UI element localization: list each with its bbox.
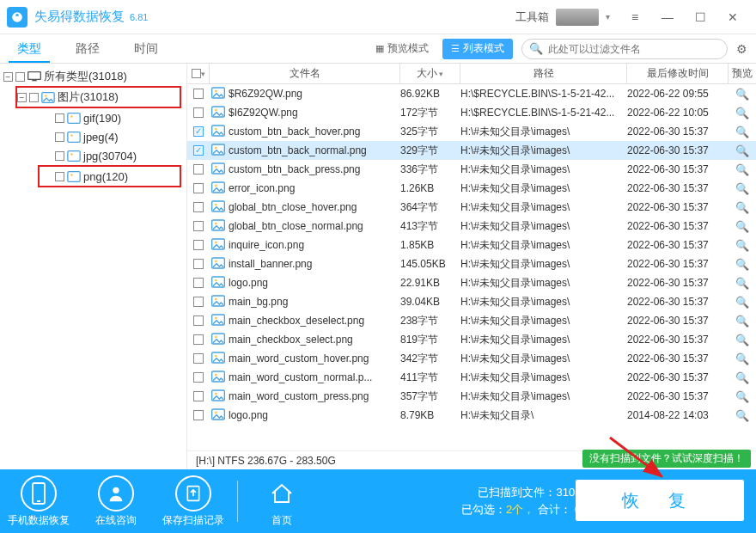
table-row[interactable]: custom_btn_back_press.png336字节H:\#未知父目录\… [187,160,756,179]
preview-icon[interactable]: 🔍 [729,371,756,384]
col-name[interactable]: 文件名 [210,64,400,83]
toolkit-button[interactable]: 工具箱 [515,9,549,25]
table-row[interactable]: inquire_icon.png1.85KBH:\#未知父目录\images\2… [187,236,756,254]
maximize-button[interactable]: ☐ [684,5,716,29]
tree-jpg[interactable]: jpg(30704) [0,146,186,165]
consult-button[interactable]: 在线咨询 [77,475,155,528]
phone-recovery-button[interactable]: 手机数据恢复 [0,475,77,528]
table-row[interactable]: main_checkbox_deselect.png238字节H:\#未知父目录… [187,311,756,330]
col-checkbox[interactable]: ▾ [187,64,210,83]
type-tree: − 所有类型(31018) − 图片(31018) gif(190) jpeg(… [0,64,187,469]
preview-icon[interactable]: 🔍 [729,182,756,195]
table-row[interactable]: $I6Z92QW.png172字节H:\$RECYCLE.BIN\S-1-5-2… [187,103,756,122]
file-path: H:\$RECYCLE.BIN\S-1-5-21-42... [460,88,627,100]
table-row[interactable]: install_banner.png145.05KBH:\#未知父目录\imag… [187,254,756,273]
svg-point-17 [215,128,217,131]
svg-point-41 [215,355,217,358]
minimize-button[interactable]: — [651,5,684,29]
table-row[interactable]: main_word_custom_hover.png342字节H:\#未知父目录… [187,349,756,368]
preview-icon[interactable]: 🔍 [729,201,756,214]
deep-scan-button[interactable]: 没有扫描到文件？试试深度扫描！ [582,450,751,468]
file-date: 2022-06-22 09:55 [627,88,729,100]
tab-type[interactable]: 类型 [0,34,58,63]
recover-button[interactable]: 恢 复 [576,480,744,521]
save-scan-button[interactable]: 保存扫描记录 [155,475,232,528]
user-avatar[interactable] [556,9,599,26]
table-row[interactable]: global_btn_close_normal.png413字节H:\#未知父目… [187,217,756,236]
col-date[interactable]: 最后修改时间 [627,64,729,83]
list-mode-button[interactable]: ☰列表模式 [442,39,513,59]
table-row[interactable]: ✓custom_btn_back_hover.png325字节H:\#未知父目录… [187,122,756,141]
preview-icon[interactable]: 🔍 [729,296,756,309]
row-checkbox[interactable] [193,107,204,118]
file-name: main_checkbox_deselect.png [229,315,364,327]
row-checkbox[interactable]: ✓ [193,145,204,156]
table-row[interactable]: logo.png22.91KBH:\#未知父目录\images\2022-06-… [187,273,756,292]
preview-icon[interactable]: 🔍 [729,277,756,290]
row-checkbox[interactable] [193,316,204,326]
preview-icon[interactable]: 🔍 [729,390,756,403]
row-checkbox[interactable] [193,334,204,345]
tree-jpeg[interactable]: jpeg(4) [0,127,186,146]
preview-icon[interactable]: 🔍 [729,334,756,346]
picture-icon [67,131,81,143]
preview-icon[interactable]: 🔍 [729,88,756,101]
search-box[interactable]: 🔍 [521,39,728,59]
col-size[interactable]: 大小▾ [400,64,460,83]
tab-time[interactable]: 时间 [117,34,175,63]
col-preview[interactable]: 预览 [729,64,756,83]
menu-icon[interactable]: ≡ [619,5,651,29]
row-checkbox[interactable] [193,353,204,364]
row-checkbox[interactable] [193,259,204,269]
preview-icon[interactable]: 🔍 [729,220,756,233]
tree-png[interactable]: png(120) [40,167,180,186]
preview-icon[interactable]: 🔍 [729,107,756,119]
row-checkbox[interactable] [193,202,204,212]
tree-gif[interactable]: gif(190) [0,108,186,127]
preview-icon[interactable]: 🔍 [729,409,756,422]
file-icon [211,314,225,328]
row-checkbox[interactable] [193,372,204,383]
table-row[interactable]: main_word_custom_press.png357字节H:\#未知父目录… [187,387,756,406]
file-icon [211,200,225,214]
row-checkbox[interactable] [193,410,204,420]
preview-icon[interactable]: 🔍 [729,239,756,252]
table-row[interactable]: main_checkbox_select.png819字节H:\#未知父目录\i… [187,330,756,349]
row-checkbox[interactable] [193,391,204,401]
preview-icon[interactable]: 🔍 [729,258,756,271]
close-button[interactable]: ✕ [716,5,749,29]
tree-pictures[interactable]: − 图片(31018) [17,88,180,107]
table-row[interactable]: logo.png8.79KBH:\#未知父目录\2014-08-22 14:03… [187,406,756,425]
file-date: 2022-06-30 15:37 [627,126,729,138]
row-checkbox[interactable] [193,240,204,250]
row-checkbox[interactable] [193,297,204,307]
table-row[interactable]: ✓custom_btn_back_normal.png329字节H:\#未知父目… [187,141,756,160]
tree-root[interactable]: − 所有类型(31018) [0,67,186,86]
row-checkbox[interactable]: ✓ [193,126,204,137]
table-row[interactable]: $R6Z92QW.png86.92KBH:\$RECYCLE.BIN\S-1-5… [187,84,756,103]
preview-mode-button[interactable]: ▦预览模式 [367,39,437,59]
table-row[interactable]: error_icon.png1.26KBH:\#未知父目录\images\202… [187,179,756,198]
row-checkbox[interactable] [193,89,204,99]
row-checkbox[interactable] [193,221,204,231]
file-name: global_btn_close_normal.png [229,220,363,232]
row-checkbox[interactable] [193,278,204,288]
col-path[interactable]: 路径 [460,64,627,83]
table-row[interactable]: global_btn_close_hover.png364字节H:\#未知父目录… [187,198,756,217]
file-date: 2022-06-30 15:37 [627,352,729,365]
tab-path[interactable]: 路径 [58,34,117,63]
table-row[interactable]: main_word_custom_normal.p...411字节H:\#未知父… [187,368,756,387]
preview-icon[interactable]: 🔍 [729,315,756,328]
row-checkbox[interactable] [193,164,204,175]
row-checkbox[interactable] [193,183,204,193]
preview-icon[interactable]: 🔍 [729,144,756,157]
preview-icon[interactable]: 🔍 [729,163,756,176]
home-button[interactable]: 首页 [243,475,320,528]
search-input[interactable] [548,43,720,55]
table-row[interactable]: main_bg.png39.04KBH:\#未知父目录\images\2022-… [187,292,756,311]
preview-icon[interactable]: 🔍 [729,126,756,138]
user-dropdown-icon[interactable]: ▾ [606,12,610,21]
file-icon [211,181,225,195]
preview-icon[interactable]: 🔍 [729,352,756,365]
filter-icon[interactable]: ⚙ [736,42,747,56]
